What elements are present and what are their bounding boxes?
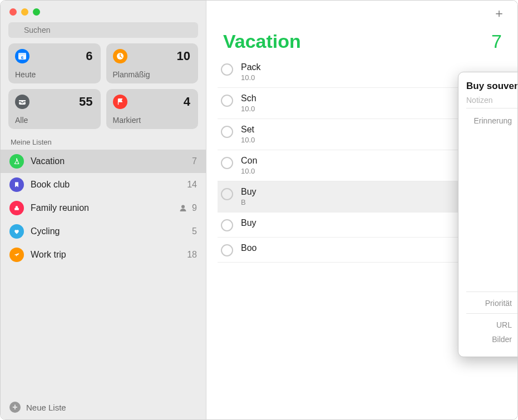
reminder-title: Pack xyxy=(241,62,261,72)
reminder-sub: 10.0 xyxy=(241,136,255,144)
plus-icon: + xyxy=(9,402,21,413)
divider xyxy=(466,313,518,314)
reminder-title: Buy xyxy=(241,187,256,197)
flag-icon xyxy=(113,95,127,109)
list-bullet-icon xyxy=(9,154,24,169)
popover-title[interactable]: Buy souvenirs xyxy=(466,81,518,92)
complete-toggle[interactable] xyxy=(221,188,233,200)
sidebar-lists: Vacation 7 Book club 14 Family reunion 9… xyxy=(1,150,206,395)
fullscreen-window-button[interactable] xyxy=(33,8,40,16)
sidebar-list-vacation[interactable]: Vacation 7 xyxy=(1,150,206,173)
reminder-title: Sch xyxy=(241,93,256,103)
main-pane: ＋ Vacation 7 Pack10.0 Sch10.0 Set10.0 Co… xyxy=(206,1,517,419)
shared-icon xyxy=(179,204,188,213)
smart-all-label: Alle xyxy=(15,116,28,125)
list-count: 5 xyxy=(192,226,197,236)
sidebar-list-worktrip[interactable]: Work trip 18 xyxy=(1,243,206,266)
sidebar-list-bookclub[interactable]: Book club 14 xyxy=(1,173,206,196)
list-count: 7 xyxy=(192,156,197,166)
smart-today-count: 6 xyxy=(86,49,92,63)
close-window-button[interactable] xyxy=(9,8,17,16)
smart-scheduled-label: Planmäßig xyxy=(113,70,150,79)
reminder-title: Buy xyxy=(241,218,256,228)
sidebar-list-cycling[interactable]: Cycling 5 xyxy=(1,220,206,243)
svg-point-8 xyxy=(16,159,17,160)
reminder-title: Con xyxy=(241,156,257,166)
smart-today-label: Heute xyxy=(15,70,36,79)
list-total: 7 xyxy=(491,31,502,52)
reminder-title: Set xyxy=(241,125,255,135)
add-list-label: Neue Liste xyxy=(26,403,66,412)
smart-scheduled[interactable]: 10 Planmäßig xyxy=(106,43,199,83)
smart-flagged-label: Markiert xyxy=(113,116,141,125)
add-reminder-button[interactable]: ＋ xyxy=(491,6,507,21)
smart-all[interactable]: 55 Alle xyxy=(8,89,101,129)
list-count: 14 xyxy=(187,180,197,190)
notes-field[interactable]: Notizen xyxy=(466,96,518,108)
search-input[interactable] xyxy=(8,22,198,38)
list-bullet-icon xyxy=(9,248,24,262)
reminder-sub: 10.0 xyxy=(241,73,261,82)
app-window: 6 6 Heute 10 Planmäßig 55 Alle xyxy=(0,0,518,420)
url-label: URL xyxy=(466,319,517,329)
main-header: Vacation 7 xyxy=(206,1,517,57)
reminder-detail-popover: Buy souvenirs Notizen Erinnerung Tagesab… xyxy=(458,72,518,357)
smart-flagged-count: 4 xyxy=(184,95,190,109)
list-name: Family reunion xyxy=(31,203,179,213)
list-name: Work trip xyxy=(31,250,187,260)
sidebar-list-family[interactable]: Family reunion 9 xyxy=(1,196,206,220)
smart-lists-grid: 6 6 Heute 10 Planmäßig 55 Alle xyxy=(1,43,206,136)
reminder-sub: 10.0 xyxy=(241,105,256,113)
list-count: 18 xyxy=(187,250,197,260)
complete-toggle[interactable] xyxy=(221,95,233,107)
sidebar: 6 6 Heute 10 Planmäßig 55 Alle xyxy=(1,1,206,419)
smart-all-count: 55 xyxy=(79,95,92,109)
list-name: Cycling xyxy=(31,226,192,236)
priority-label: Priorität xyxy=(466,298,517,308)
clock-icon xyxy=(113,49,127,63)
list-bullet-icon xyxy=(9,224,24,239)
reminder-section-label: Erinnerung xyxy=(466,115,517,125)
list-count: 9 xyxy=(192,203,197,213)
smart-flagged[interactable]: 4 Markiert xyxy=(106,89,199,129)
complete-toggle[interactable] xyxy=(221,244,233,256)
window-controls xyxy=(1,1,206,20)
reminder-sub: B xyxy=(241,198,256,206)
list-title: Vacation xyxy=(223,31,301,52)
complete-toggle[interactable] xyxy=(221,157,233,169)
calendar-today-icon: 6 xyxy=(15,49,29,63)
list-bullet-icon xyxy=(9,201,24,215)
reminder-title: Boo xyxy=(241,243,256,253)
svg-text:6: 6 xyxy=(21,55,24,60)
minimize-window-button[interactable] xyxy=(21,8,28,16)
smart-scheduled-count: 10 xyxy=(177,49,190,63)
search-container xyxy=(1,20,206,43)
complete-toggle[interactable] xyxy=(221,63,233,76)
images-label: Bilder xyxy=(466,334,517,344)
reminder-sub: 10.0 xyxy=(241,167,257,175)
complete-toggle[interactable] xyxy=(221,126,233,138)
sidebar-section-header: Meine Listen xyxy=(1,136,206,150)
list-name: Vacation xyxy=(31,156,192,166)
list-bullet-icon xyxy=(9,177,24,192)
add-list-button[interactable]: + Neue Liste xyxy=(1,395,206,419)
list-name: Book club xyxy=(31,180,187,190)
tray-icon xyxy=(15,95,29,109)
complete-toggle[interactable] xyxy=(221,219,233,231)
divider xyxy=(466,291,518,292)
svg-point-9 xyxy=(181,205,185,209)
smart-today[interactable]: 6 6 Heute xyxy=(8,43,101,83)
